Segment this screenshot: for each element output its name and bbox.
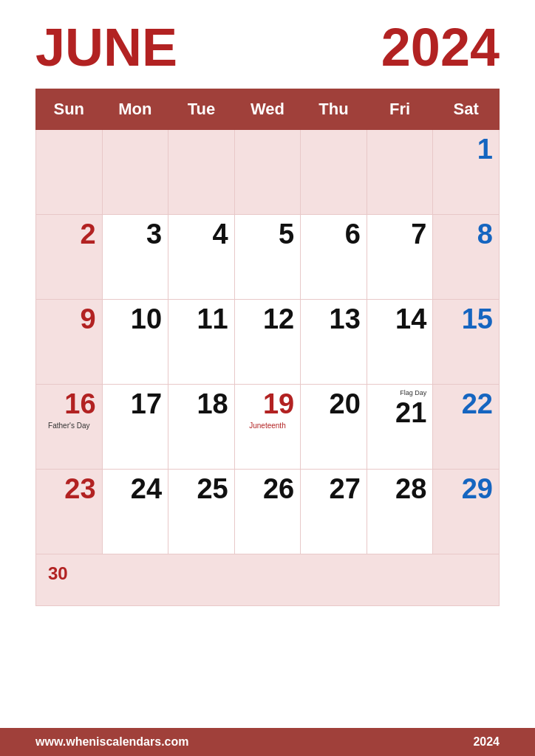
cell-day-20: 20 bbox=[301, 385, 367, 470]
day-number-5: 5 bbox=[241, 219, 295, 250]
cell-day-5: 5 bbox=[234, 215, 301, 300]
day-number-30: 30 bbox=[42, 559, 493, 588]
header-tue: Tue bbox=[168, 89, 235, 130]
day-number-24: 24 bbox=[109, 474, 163, 505]
day-number-12: 12 bbox=[241, 304, 295, 335]
footer-year: 2024 bbox=[473, 735, 500, 749]
month-title: JUNE bbox=[35, 21, 177, 74]
week-row-3: 9 10 11 12 13 14 bbox=[36, 300, 500, 385]
day-number-9: 9 bbox=[42, 304, 96, 335]
day-number-20: 20 bbox=[307, 389, 361, 420]
cell-day-6: 6 bbox=[301, 215, 367, 300]
week-row-6: 30 bbox=[36, 554, 500, 606]
header-fri: Fri bbox=[367, 89, 433, 130]
fathers-day-label: Father's Day bbox=[42, 422, 96, 430]
day-number-28: 28 bbox=[373, 474, 427, 505]
day-number-15: 15 bbox=[439, 304, 493, 335]
cell-empty-6 bbox=[367, 130, 433, 215]
cell-day-16: 16 Father's Day bbox=[36, 385, 103, 470]
year-title: 2024 bbox=[381, 21, 500, 74]
day-number-11: 11 bbox=[174, 304, 228, 335]
day-number-1: 1 bbox=[439, 134, 493, 165]
cell-day-22: 22 bbox=[433, 385, 500, 470]
cell-day-3: 3 bbox=[102, 215, 168, 300]
header-wed: Wed bbox=[234, 89, 301, 130]
day-number-17: 17 bbox=[109, 389, 163, 420]
day-number-4: 4 bbox=[174, 219, 228, 250]
calendar-body: 1 2 3 4 5 bbox=[36, 130, 500, 606]
day-number-22: 22 bbox=[439, 389, 493, 420]
cell-day-19: 19 Juneteenth bbox=[234, 385, 301, 470]
cell-day-11: 11 bbox=[168, 300, 235, 385]
day-number-16: 16 bbox=[42, 389, 96, 420]
day-number-10: 10 bbox=[109, 304, 163, 335]
day-number-8: 8 bbox=[439, 219, 493, 250]
calendar-table: Sun Mon Tue Wed Thu Fri Sat bbox=[35, 89, 500, 606]
day-number-18: 18 bbox=[174, 389, 228, 420]
cell-day-21: Flag Day 21 bbox=[367, 385, 433, 470]
calendar-wrapper: Sun Mon Tue Wed Thu Fri Sat bbox=[0, 89, 535, 722]
cell-day-24: 24 bbox=[102, 470, 168, 554]
cell-day-25: 25 bbox=[168, 470, 235, 554]
day-number-23: 23 bbox=[42, 474, 96, 505]
cell-empty-4 bbox=[234, 130, 301, 215]
day-number-19: 19 bbox=[241, 389, 295, 420]
cell-empty-2 bbox=[102, 130, 168, 215]
week-row-2: 2 3 4 5 6 7 bbox=[36, 215, 500, 300]
day-number-21: 21 bbox=[373, 398, 427, 429]
cell-day-30: 30 bbox=[36, 554, 500, 606]
cell-day-14: 14 bbox=[367, 300, 433, 385]
cell-day-7: 7 bbox=[367, 215, 433, 300]
cell-day-1: 1 bbox=[433, 130, 500, 215]
cell-day-23: 23 bbox=[36, 470, 103, 554]
cell-day-4: 4 bbox=[168, 215, 235, 300]
cell-day-18: 18 bbox=[168, 385, 235, 470]
cell-empty-5 bbox=[301, 130, 367, 215]
cell-day-28: 28 bbox=[367, 470, 433, 554]
day-number-14: 14 bbox=[373, 304, 427, 335]
day-number-6: 6 bbox=[307, 219, 361, 250]
cell-day-17: 17 bbox=[102, 385, 168, 470]
cell-empty-3 bbox=[168, 130, 235, 215]
day-number-27: 27 bbox=[307, 474, 361, 505]
header-sun: Sun bbox=[36, 89, 103, 130]
flag-day-label: Flag Day bbox=[373, 389, 427, 396]
day-number-2: 2 bbox=[42, 219, 96, 250]
day-number-29: 29 bbox=[439, 474, 493, 505]
footer-website: www.wheniscalendars.com bbox=[35, 735, 188, 749]
calendar-page: JUNE 2024 Sun Mon Tue Wed Thu Fri Sat bbox=[0, 0, 535, 756]
day-number-26: 26 bbox=[241, 474, 295, 505]
cell-day-2: 2 bbox=[36, 215, 103, 300]
header-mon: Mon bbox=[102, 89, 168, 130]
cell-day-12: 12 bbox=[234, 300, 301, 385]
cell-day-13: 13 bbox=[301, 300, 367, 385]
cell-day-26: 26 bbox=[234, 470, 301, 554]
day-number-7: 7 bbox=[373, 219, 427, 250]
cell-day-29: 29 bbox=[433, 470, 500, 554]
cell-empty-1 bbox=[36, 130, 103, 215]
weekday-header-row: Sun Mon Tue Wed Thu Fri Sat bbox=[36, 89, 500, 130]
day-number-13: 13 bbox=[307, 304, 361, 335]
header-sat: Sat bbox=[433, 89, 500, 130]
day-number-25: 25 bbox=[174, 474, 228, 505]
cell-day-27: 27 bbox=[301, 470, 367, 554]
calendar-header: JUNE 2024 bbox=[0, 0, 535, 89]
calendar-footer: www.wheniscalendars.com 2024 bbox=[0, 728, 535, 756]
cell-day-8: 8 bbox=[433, 215, 500, 300]
day-number-3: 3 bbox=[109, 219, 163, 250]
week-row-4: 16 Father's Day 17 18 19 Juneteenth 20 bbox=[36, 385, 500, 470]
cell-day-9: 9 bbox=[36, 300, 103, 385]
cell-day-10: 10 bbox=[102, 300, 168, 385]
week-row-1: 1 bbox=[36, 130, 500, 215]
week-row-5: 23 24 25 26 27 28 bbox=[36, 470, 500, 554]
cell-day-15: 15 bbox=[433, 300, 500, 385]
juneteenth-label: Juneteenth bbox=[241, 422, 295, 430]
header-thu: Thu bbox=[301, 89, 367, 130]
